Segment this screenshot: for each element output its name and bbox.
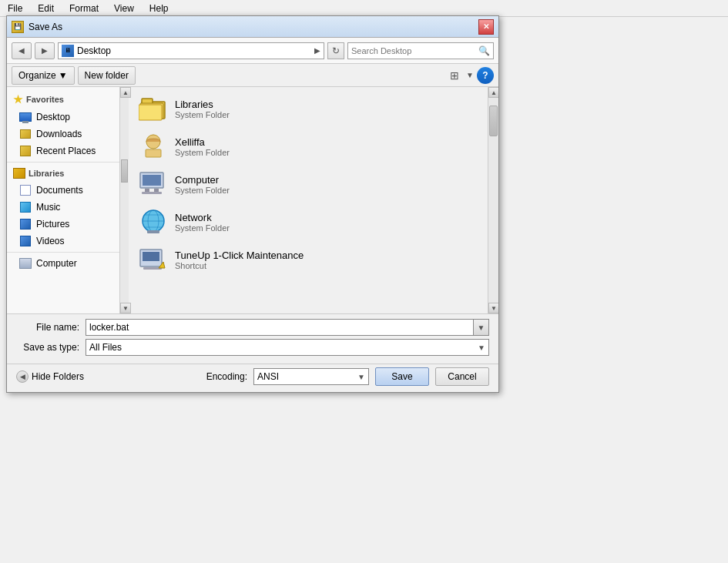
filelist-scroll-down[interactable]: ▼ bbox=[488, 303, 498, 313]
search-input[interactable] bbox=[351, 46, 477, 55]
sidebar-scroll-thumb[interactable] bbox=[121, 159, 128, 183]
new-folder-label: New folder bbox=[85, 70, 129, 81]
forward-icon: ▶ bbox=[42, 46, 48, 55]
filelist-scroll-thumb[interactable] bbox=[489, 106, 498, 136]
encoding-dropdown[interactable]: ANSI ▼ bbox=[253, 368, 369, 385]
file-computer-type: System Folder bbox=[175, 186, 230, 195]
sidebar-item-videos[interactable]: Videos bbox=[7, 233, 119, 250]
sidebar-item-pictures[interactable]: Pictures bbox=[7, 216, 119, 233]
file-icon-tuneup bbox=[138, 246, 169, 273]
cancel-button[interactable]: Cancel bbox=[435, 367, 489, 386]
search-icon[interactable]: 🔍 bbox=[478, 45, 490, 56]
sidebar-item-computer[interactable]: Computer bbox=[7, 255, 119, 272]
close-button[interactable]: ✕ bbox=[478, 19, 494, 35]
location-icon: 🖥 bbox=[62, 45, 74, 57]
sidebar-item-pictures-label: Pictures bbox=[36, 219, 69, 230]
organize-arrow-icon: ▼ bbox=[59, 70, 68, 81]
dialog-bottom: File name: ▼ Save as type: All Files ▼ bbox=[7, 313, 498, 364]
toolbar: Organize ▼ New folder ⊞ ▼ ? bbox=[7, 64, 498, 87]
saveastype-value: All Files bbox=[89, 342, 122, 353]
back-button[interactable]: ◀ bbox=[12, 42, 32, 59]
sidebar-divider-1 bbox=[7, 162, 119, 163]
encoding-label: Encoding: bbox=[206, 371, 247, 382]
menu-help[interactable]: Help bbox=[145, 2, 173, 15]
file-network-name: Network bbox=[175, 212, 230, 223]
search-box: 🔍 bbox=[347, 42, 494, 59]
file-item-libraries[interactable]: Libraries System Folder bbox=[132, 90, 485, 128]
view-dropdown-arrow[interactable]: ▼ bbox=[466, 71, 474, 79]
svg-rect-9 bbox=[145, 189, 149, 192]
view-toggle-button[interactable]: ⊞ bbox=[446, 67, 463, 84]
sidebar-item-documents[interactable]: Documents bbox=[7, 182, 119, 199]
sidebar-item-desktop[interactable]: Desktop bbox=[7, 109, 119, 126]
hide-folders-label: Hide Folders bbox=[32, 371, 84, 382]
saveastype-label: Save as type: bbox=[16, 342, 86, 353]
organize-button[interactable]: Organize ▼ bbox=[12, 66, 75, 85]
help-icon: ? bbox=[482, 70, 488, 81]
file-xelliffa-type: System Folder bbox=[175, 148, 230, 157]
new-folder-button[interactable]: New folder bbox=[78, 66, 136, 85]
filelist-scroll-up[interactable]: ▲ bbox=[488, 87, 498, 98]
organize-label: Organize bbox=[18, 70, 56, 81]
sidebar-item-documents-label: Documents bbox=[36, 185, 83, 196]
sidebar-item-music-label: Music bbox=[36, 202, 60, 213]
encoding-value: ANSI bbox=[257, 371, 279, 382]
file-item-tuneup[interactable]: TuneUp 1-Click Maintenance Shortcut bbox=[132, 241, 485, 279]
sidebar-scroll-track bbox=[120, 98, 129, 303]
filename-input[interactable] bbox=[86, 319, 474, 336]
file-computer-name: Computer bbox=[175, 174, 230, 186]
file-libraries-name: Libraries bbox=[175, 99, 230, 110]
saveastype-arrow-icon: ▼ bbox=[478, 343, 485, 352]
sidebar-item-downloads[interactable]: Downloads bbox=[7, 126, 119, 142]
help-button[interactable]: ? bbox=[477, 67, 494, 84]
file-item-xelliffa[interactable]: Xelliffa System Folder bbox=[132, 128, 485, 166]
file-list: Libraries System Folder bbox=[129, 87, 488, 313]
back-icon: ◀ bbox=[18, 46, 25, 55]
sidebar-item-videos-label: Videos bbox=[36, 236, 64, 246]
documents-icon bbox=[19, 184, 32, 196]
menu-file[interactable]: File bbox=[3, 2, 27, 15]
menu-format[interactable]: Format bbox=[65, 2, 103, 15]
sidebar-item-desktop-label: Desktop bbox=[36, 112, 70, 122]
svg-rect-17 bbox=[147, 230, 159, 233]
saveastype-dropdown[interactable]: All Files ▼ bbox=[86, 339, 489, 356]
refresh-button[interactable]: ↻ bbox=[327, 42, 344, 59]
save-button[interactable]: Save bbox=[375, 367, 429, 386]
file-network-type: System Folder bbox=[175, 223, 230, 233]
file-tuneup-type: Shortcut bbox=[175, 261, 304, 270]
sidebar: ★ Favorites Desktop Downloads bbox=[7, 87, 129, 313]
videos-icon bbox=[19, 235, 32, 247]
address-path-field[interactable]: 🖥 Desktop ▶ bbox=[58, 42, 324, 59]
dialog-titlebar: 💾 Save As ✕ bbox=[7, 16, 498, 38]
filelist-scroll-track bbox=[488, 98, 498, 303]
saveastype-row: Save as type: All Files ▼ bbox=[16, 339, 489, 356]
svg-rect-11 bbox=[142, 192, 162, 194]
filename-dropdown-arrow[interactable]: ▼ bbox=[474, 319, 489, 336]
file-xelliffa-name: Xelliffa bbox=[175, 136, 230, 148]
file-item-computer[interactable]: Computer System Folder bbox=[132, 166, 485, 203]
file-list-container: Libraries System Folder bbox=[129, 87, 498, 313]
sidebar-item-music[interactable]: Music bbox=[7, 199, 119, 216]
hide-folders-arrow-icon: ◀ bbox=[16, 370, 29, 383]
encoding-arrow-icon: ▼ bbox=[357, 373, 365, 381]
file-item-network[interactable]: Network System Folder bbox=[132, 203, 485, 241]
saveastype-input-container: All Files ▼ bbox=[86, 339, 489, 356]
file-icon-xelliffa bbox=[138, 132, 169, 160]
svg-rect-6 bbox=[146, 149, 161, 157]
filename-row: File name: ▼ bbox=[16, 319, 489, 336]
favorites-star-icon: ★ bbox=[13, 93, 23, 106]
favorites-label: Favorites bbox=[26, 95, 64, 104]
svg-rect-8 bbox=[143, 175, 161, 186]
file-libraries-type: System Folder bbox=[175, 110, 230, 119]
pictures-icon bbox=[19, 218, 32, 230]
sidebar-item-recent-places[interactable]: Recent Places bbox=[7, 142, 119, 159]
menu-view[interactable]: View bbox=[109, 2, 139, 15]
forward-button[interactable]: ▶ bbox=[35, 42, 55, 59]
libraries-label: Libraries bbox=[29, 169, 64, 178]
hide-folders-button[interactable]: ◀ Hide Folders bbox=[16, 370, 84, 383]
sidebar-item-computer-label: Computer bbox=[36, 258, 77, 269]
menu-edit[interactable]: Edit bbox=[33, 2, 59, 15]
location-dropdown-arrow[interactable]: ▶ bbox=[314, 46, 320, 55]
refresh-icon: ↻ bbox=[332, 45, 340, 56]
location-text: Desktop bbox=[77, 45, 311, 56]
